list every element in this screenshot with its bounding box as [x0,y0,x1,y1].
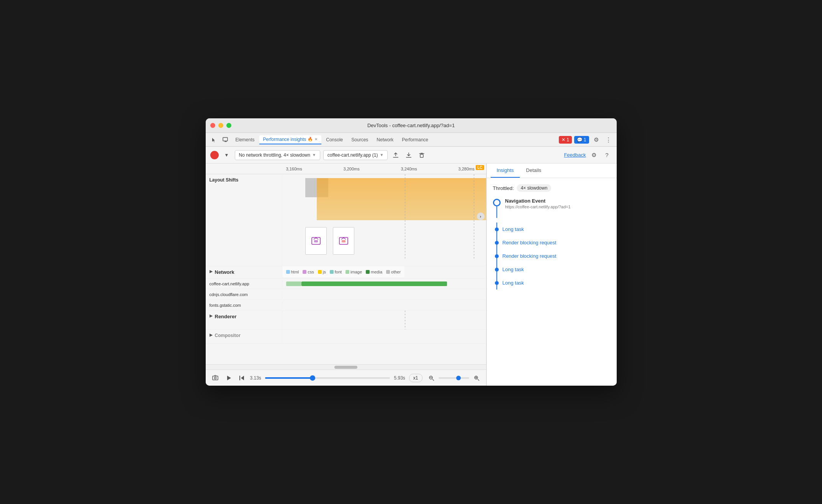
insight-label-4[interactable]: Long task [503,267,524,272]
ruler-marks: 3,160ms 3,200ms 3,240ms 3,280ms 3,3 [282,167,486,171]
compositor-row: Compositor [206,330,486,344]
download-icon[interactable] [404,150,414,160]
insight-label-2[interactable]: Render blocking request [503,240,557,245]
chevron-down-icon: ▼ [380,153,383,157]
svg-rect-2 [393,157,398,158]
insights-tabs: Insights Details [487,164,617,178]
tab-elements[interactable]: Elements [232,136,259,144]
start-time-label: 3.13s [250,375,261,381]
insight-dot-4 [495,268,499,272]
insight-item-1: Long task [503,223,611,236]
tab-network[interactable]: Network [373,136,397,144]
renderer-content [282,311,486,329]
zoom-in-icon[interactable] [472,373,481,383]
insight-item-4: Long task [503,263,611,276]
lcp-badge: LC [476,165,484,170]
renderer-label[interactable]: Renderer [206,311,282,329]
screenshot-icon[interactable] [210,373,220,383]
network-row-2: cdnjs.cloudflare.com [206,289,486,300]
renderer-dashed-line [405,311,405,329]
insight-label-1[interactable]: Long task [503,226,524,232]
legend-other: other [386,270,401,274]
insight-dot-1 [495,227,499,231]
timeline-panel: 3,160ms 3,200ms 3,240ms 3,280ms 3,3 LC L… [206,164,486,386]
css-legend-label: css [308,270,314,274]
tab-details[interactable]: Details [520,164,547,178]
dropdown-arrow-icon[interactable]: ▼ [222,150,232,160]
network-bar-area-1 [282,282,486,285]
svg-point-10 [214,377,216,379]
slider-thumb[interactable] [310,375,315,381]
svg-marker-11 [227,376,231,380]
cursor-icon[interactable] [209,134,219,145]
tab-insights[interactable]: Insights [491,164,520,178]
zoom-thumb[interactable] [456,376,461,380]
url-dropdown[interactable]: coffee-cart.netlify.app (1) ▼ [323,150,388,160]
other-legend-dot [386,270,390,274]
network-label[interactable]: Network [206,266,282,278]
feedback-link[interactable]: Feedback [564,152,586,158]
horizontal-scrollbar[interactable] [206,364,486,370]
insight-dot-2 [495,241,499,245]
dashed-line-1 [405,174,405,259]
scrollbar-thumb[interactable] [334,366,357,369]
media-legend-label: media [371,270,382,274]
host-label-2: cdnjs.cloudflare.com [206,291,282,298]
help-icon[interactable]: ? [602,150,612,160]
ruler-mark-3: 3,240ms [401,167,458,171]
tab-right-icons: ✕ 1 💬 1 ⚙ ⋮ [559,135,613,145]
compositor-label: Compositor [206,330,282,343]
legend-media: media [366,270,382,274]
html-legend-dot [286,270,290,274]
delete-icon[interactable] [417,150,427,160]
thumbnail-1 [305,227,327,255]
svg-rect-6 [314,240,318,242]
collapse-button[interactable]: › [477,213,485,220]
orange-shift-bar [317,178,486,220]
insight-label-3[interactable]: Render blocking request [503,253,557,259]
slider-fill [265,377,313,379]
close-button[interactable] [210,123,215,128]
window-title: DevTools - coffee-cart.netlify.app/?ad=1 [367,123,455,128]
message-badge[interactable]: 💬 1 [574,136,589,144]
playback-slider-container [265,377,390,379]
navigation-event-url: https://coffee-cart.netlify.app/?ad=1 [505,205,611,209]
insight-label-5[interactable]: Long task [503,280,524,286]
tab-console[interactable]: Console [322,136,347,144]
network-header-row: Network html css js [206,266,486,278]
legend-html: html [286,270,299,274]
play-button[interactable] [224,373,233,383]
skip-to-start-button[interactable] [237,373,246,383]
playback-slider[interactable] [265,377,390,379]
minimize-button[interactable] [218,123,223,128]
svg-marker-13 [241,376,244,380]
zoom-slider[interactable] [439,377,469,379]
legend-css: css [303,270,314,274]
tab-sources[interactable]: Sources [347,136,372,144]
tab-performance[interactable]: Performance [398,136,432,144]
maximize-button[interactable] [226,123,231,128]
svg-rect-12 [239,376,240,380]
device-icon[interactable] [220,134,231,145]
zoom-out-icon[interactable] [426,373,436,383]
layout-shifts-row: Layout Shifts [206,174,486,266]
speed-badge[interactable]: x1 [409,374,422,382]
ruler-mark-1: 3,160ms [286,167,344,171]
html-legend-label: html [291,270,299,274]
error-badge[interactable]: ✕ 1 [559,136,572,144]
throttle-row: Throttled: 4× slowdown [493,184,611,192]
traffic-lights [210,123,231,128]
settings-icon[interactable]: ⚙ [591,135,601,145]
more-options-icon[interactable]: ⋮ [604,135,614,145]
upload-icon[interactable] [391,150,401,160]
js-legend-dot [318,270,322,274]
layout-shifts-content: › [282,174,486,259]
throttling-dropdown[interactable]: No network throttling, 4× slowdown ▼ [235,150,320,160]
record-button[interactable] [210,151,219,159]
navigation-event-dot [493,199,501,206]
tab-close-icon[interactable]: ✕ [314,137,318,141]
legend-image: image [346,270,362,274]
tab-performance-insights[interactable]: Performance insights 🔥 ✕ [259,135,322,144]
insight-items-list: Long task Render blocking request Render… [496,223,611,290]
settings-icon[interactable]: ⚙ [589,150,599,160]
